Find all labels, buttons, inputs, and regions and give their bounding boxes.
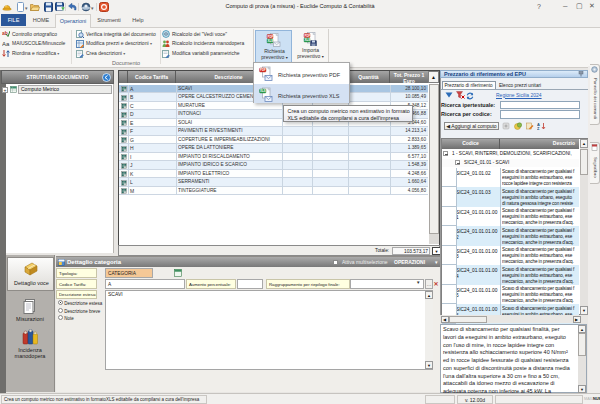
svg-text:XLS: XLS xyxy=(268,39,274,43)
svg-text:XLS: XLS xyxy=(260,89,266,93)
svg-text:PDF: PDF xyxy=(305,33,311,37)
svg-text:PDF: PDF xyxy=(260,68,266,72)
svg-text:XLS: XLS xyxy=(305,38,311,42)
svg-text:Aa: Aa xyxy=(2,41,10,47)
svg-text:PDF: PDF xyxy=(268,34,274,38)
